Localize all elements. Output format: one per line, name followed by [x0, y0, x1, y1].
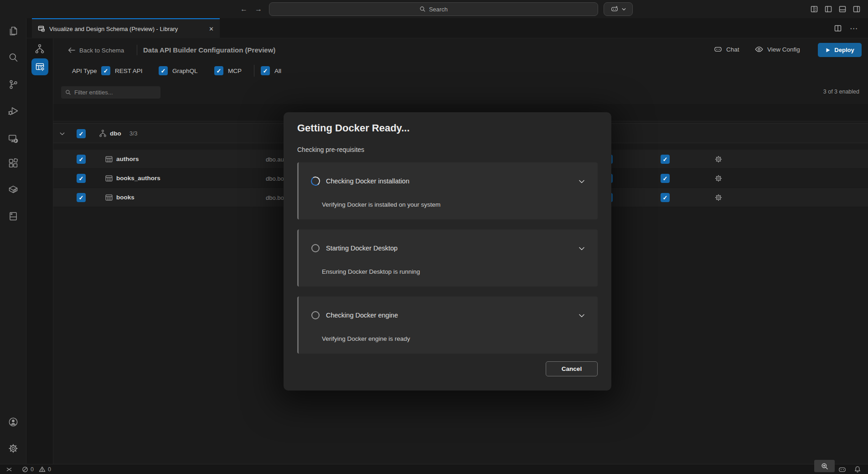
- customize-layout-icon[interactable]: [810, 5, 818, 13]
- tab-visualize-design-schema[interactable]: Visualize and Design Schema (Preview) - …: [32, 18, 220, 38]
- activity-bar: [0, 18, 26, 464]
- search-icon: [8, 52, 19, 63]
- warning-count: 0: [48, 466, 51, 473]
- cancel-label: Cancel: [562, 365, 582, 372]
- notifications-button[interactable]: [853, 465, 862, 474]
- chevron-down-icon[interactable]: [578, 177, 586, 186]
- pending-circle-icon: [311, 244, 320, 252]
- remote-indicator[interactable]: [5, 466, 13, 473]
- designer-side-strip: [26, 38, 53, 464]
- delete-checkbox[interactable]: [661, 174, 670, 183]
- header-divider: [137, 45, 137, 55]
- extensions-icon: [8, 158, 19, 169]
- history-back-button[interactable]: ←: [239, 4, 249, 14]
- run-debug-button[interactable]: [8, 105, 19, 116]
- table-icon: [105, 155, 113, 163]
- entity-name: books: [116, 194, 134, 201]
- entity-filter-box: [61, 86, 160, 99]
- history-forward-button[interactable]: →: [253, 4, 264, 14]
- group-checkbox[interactable]: [77, 129, 86, 138]
- row-settings-gear-icon[interactable]: [714, 155, 723, 163]
- page-title: Data API Builder Configuration (Preview): [143, 46, 275, 54]
- remote-explorer-button[interactable]: [8, 133, 19, 144]
- step-description: Verifying Docker engine is ready: [322, 335, 410, 342]
- accounts-button[interactable]: [8, 417, 19, 427]
- problems-indicator[interactable]: 0 0: [22, 466, 51, 473]
- row-checkbox[interactable]: [77, 174, 86, 183]
- row-settings-gear-icon[interactable]: [714, 174, 723, 182]
- containers-button[interactable]: [8, 184, 19, 195]
- toggle-secondary-sidebar-icon[interactable]: [852, 5, 861, 13]
- explorer-button[interactable]: [8, 26, 19, 36]
- settings-button[interactable]: [8, 443, 19, 454]
- zoom-in-icon: [821, 463, 828, 470]
- graphql-checkbox[interactable]: [159, 66, 168, 75]
- back-to-schema-link[interactable]: Back to Schema: [79, 47, 124, 54]
- copilot-status-button[interactable]: [838, 465, 847, 474]
- remote-icon: [5, 466, 13, 473]
- tab-close-icon[interactable]: ✕: [209, 26, 214, 32]
- chevron-down-icon[interactable]: [578, 245, 586, 253]
- extensions-button[interactable]: [8, 158, 19, 169]
- all-checkbox[interactable]: [261, 66, 270, 75]
- copilot-icon: [838, 465, 847, 474]
- entity-filter-input[interactable]: [74, 89, 156, 96]
- bell-icon: [853, 465, 862, 474]
- cancel-button[interactable]: Cancel: [546, 361, 598, 376]
- back-arrow-icon[interactable]: [67, 46, 75, 54]
- search-icon: [65, 89, 71, 95]
- toggle-primary-sidebar-icon[interactable]: [824, 5, 832, 13]
- source-control-button[interactable]: [8, 79, 19, 90]
- schema-hierarchy-icon: [98, 129, 107, 138]
- schema-designer-tab-icon: [38, 25, 45, 32]
- command-center-search[interactable]: Search: [269, 2, 598, 16]
- row-checkbox[interactable]: [77, 193, 86, 202]
- split-editor-icon[interactable]: [834, 24, 842, 32]
- account-icon: [8, 417, 19, 427]
- view-config-button[interactable]: View Config: [754, 45, 800, 54]
- enabled-summary: 3 of 3 enabled: [823, 89, 859, 95]
- dab-config-view-button[interactable]: [31, 58, 48, 75]
- chevron-down-icon[interactable]: [578, 312, 586, 320]
- debug-icon: [8, 105, 19, 116]
- play-icon: [825, 47, 831, 53]
- step-description: Verifying Docker is installed on your sy…: [322, 201, 440, 208]
- editor-zoom-button[interactable]: [814, 460, 835, 472]
- gear-icon: [8, 443, 19, 454]
- editor-tab-bar: Visualize and Design Schema (Preview) - …: [26, 18, 868, 38]
- docker-step-installation: Checking Docker installation Verifying D…: [297, 162, 598, 219]
- toggle-panel-icon[interactable]: [838, 5, 847, 13]
- title-bar: ← → Search: [0, 0, 868, 18]
- database-projects-button[interactable]: [8, 211, 19, 222]
- row-checkbox[interactable]: [77, 155, 86, 164]
- step-title: Checking Docker installation: [326, 177, 409, 185]
- api-type-label: API Type: [72, 68, 97, 74]
- error-count: 0: [31, 466, 34, 473]
- delete-checkbox[interactable]: [661, 155, 670, 164]
- search-icon: [419, 6, 426, 12]
- step-title: Checking Docker engine: [326, 312, 398, 319]
- docker-step-engine: Checking Docker engine Verifying Docker …: [297, 297, 598, 354]
- all-label: All: [274, 68, 281, 74]
- chat-button[interactable]: Chat: [713, 45, 739, 54]
- rest-api-checkbox[interactable]: [101, 66, 110, 75]
- step-title: Starting Docker Desktop: [326, 245, 398, 252]
- more-actions-icon[interactable]: ⋯: [850, 25, 858, 32]
- delete-checkbox[interactable]: [661, 193, 670, 202]
- chevron-down-icon[interactable]: [59, 130, 66, 137]
- progress-spinner-icon: [310, 176, 321, 187]
- schema-view-button[interactable]: [34, 43, 45, 54]
- row-settings-gear-icon[interactable]: [714, 193, 723, 202]
- copilot-chat-button[interactable]: [604, 2, 633, 16]
- group-name: dbo: [110, 130, 121, 137]
- mcp-checkbox[interactable]: [214, 66, 223, 75]
- search-button[interactable]: [8, 52, 19, 63]
- deploy-button[interactable]: Deploy: [818, 43, 862, 57]
- api-type-divider: [254, 65, 254, 77]
- layout-controls: [810, 5, 861, 13]
- table-icon: [105, 174, 113, 182]
- status-bar: 0 0: [0, 464, 868, 474]
- dialog-subtitle: Checking pre-requisites: [297, 146, 364, 153]
- copilot-icon: [610, 5, 619, 13]
- container-cube-icon: [8, 184, 19, 195]
